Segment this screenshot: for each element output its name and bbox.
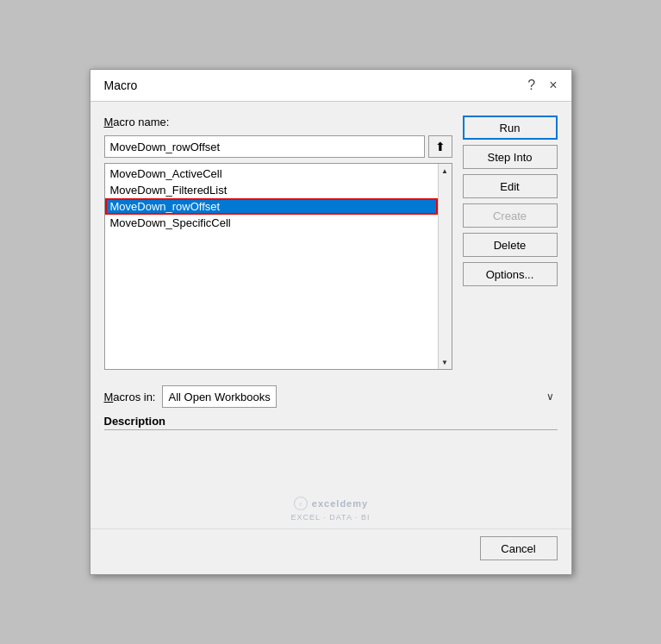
watermark-logo: e exceldemy [293,496,368,511]
description-label: Description [104,415,558,428]
macro-list-item[interactable]: MoveDown_FilteredList [105,182,438,198]
macro-list-container: MoveDown_ActiveCellMoveDown_FilteredList… [104,163,452,370]
macro-list-item[interactable]: MoveDown_SpecificCell [105,215,438,231]
macro-list-item[interactable]: MoveDown_ActiveCell [105,166,438,182]
run-button[interactable]: Run [463,116,558,140]
scroll-down-button[interactable]: ▼ [439,355,452,369]
options-button[interactable]: Options... [463,262,558,286]
left-panel: Macro name: ⬆ MoveDown_ActiveCellMoveDow… [104,116,452,370]
upload-icon: ⬆ [435,140,446,153]
upload-button[interactable]: ⬆ [428,135,452,158]
watermark-brand: exceldemy [312,498,368,509]
watermark-sub: EXCEL · DATA · BI [291,513,371,522]
right-panel: Run Step Into Edit Create Delete Options… [463,116,558,370]
macros-in-label: Macros in: [104,391,156,403]
step-into-button[interactable]: Step Into [463,145,558,169]
edit-button[interactable]: Edit [463,174,558,198]
description-section: Description [90,411,571,492]
title-bar: Macro ? × [90,70,571,102]
macro-name-row: ⬆ [104,135,452,158]
scroll-up-button[interactable]: ▲ [439,164,452,178]
help-button[interactable]: ? [524,78,539,92]
macro-name-label: Macro name: [104,116,452,128]
delete-button[interactable]: Delete [463,233,558,257]
dialog-footer: Cancel [90,528,571,574]
close-button[interactable]: × [546,78,560,92]
macros-in-wrapper: All Open WorkbooksThis Workbook ∨ [162,385,557,408]
title-bar-controls: ? × [524,78,560,92]
cancel-button[interactable]: Cancel [480,536,558,560]
dialog-title: Macro [104,78,138,92]
description-content [104,434,558,485]
macro-list-item[interactable]: MoveDown_rowOffset [105,198,438,215]
scrollbar: ▲ ▼ [438,164,452,369]
macros-in-row: Macros in: All Open WorkbooksThis Workbo… [90,380,571,411]
macro-dialog: Macro ? × Macro name: ⬆ MoveDown_ActiveC… [90,69,572,575]
chevron-down-icon: ∨ [546,391,554,403]
dialog-body: Macro name: ⬆ MoveDown_ActiveCellMoveDow… [90,102,571,380]
create-button[interactable]: Create [463,203,558,228]
watermark: e exceldemy EXCEL · DATA · BI [90,492,571,528]
macro-name-input[interactable] [104,135,425,158]
macro-list: MoveDown_ActiveCellMoveDown_FilteredList… [105,164,438,369]
description-divider [104,429,558,430]
macros-in-select[interactable]: All Open WorkbooksThis Workbook [162,385,277,408]
watermark-icon: e [293,496,309,511]
svg-text:e: e [299,500,302,508]
